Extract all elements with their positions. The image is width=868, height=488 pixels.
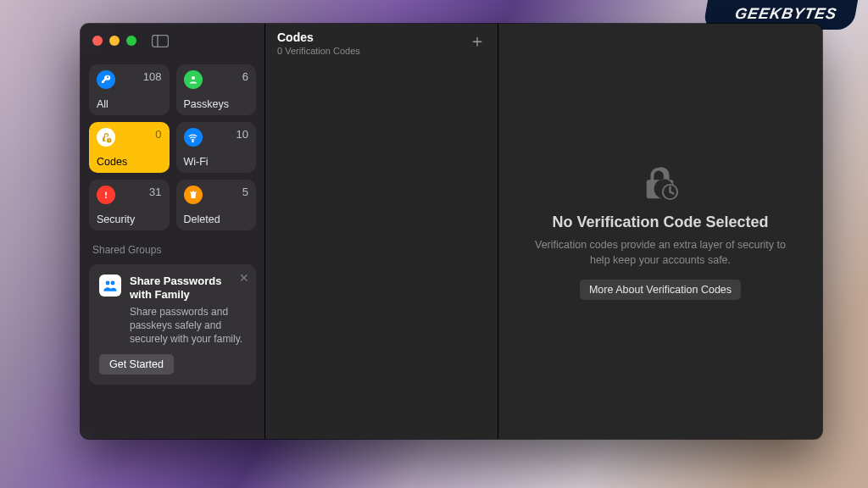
svg-point-7 <box>106 281 110 286</box>
family-icon <box>99 274 121 297</box>
toggle-sidebar-button[interactable] <box>152 35 169 47</box>
detail-body: Verification codes provide an extra laye… <box>525 238 796 268</box>
share-passwords-card: ✕ Share Passwords with Family Share pass… <box>89 264 256 385</box>
sidebar-item-security[interactable]: 31 Security <box>89 180 170 230</box>
alert-icon <box>97 186 115 204</box>
svg-rect-5 <box>105 192 107 197</box>
trash-icon <box>184 186 203 204</box>
minimize-window-button[interactable] <box>109 36 120 46</box>
svg-point-8 <box>111 281 115 286</box>
category-count: 6 <box>242 70 248 83</box>
add-button[interactable]: ＋ <box>469 30 486 49</box>
category-count: 10 <box>236 128 248 141</box>
list-column: Codes 0 Verification Codes ＋ <box>265 24 498 439</box>
window-controls <box>92 36 136 46</box>
category-count: 108 <box>143 70 162 83</box>
shared-groups-heading: Shared Groups <box>81 241 264 261</box>
category-label: Codes <box>97 156 162 168</box>
category-count: 5 <box>242 186 248 198</box>
detail-heading: No Verification Code Selected <box>552 214 768 231</box>
get-started-button[interactable]: Get Started <box>99 354 174 374</box>
lock-clock-icon <box>641 163 680 202</box>
category-count: 31 <box>149 186 161 198</box>
list-header: Codes 0 Verification Codes ＋ <box>265 24 498 64</box>
list-subtitle: 0 Verification Codes <box>277 46 360 56</box>
more-about-codes-button[interactable]: More About Verification Codes <box>580 280 741 300</box>
svg-rect-0 <box>153 35 169 47</box>
category-label: Wi-Fi <box>184 156 249 168</box>
category-label: Security <box>97 214 162 225</box>
sidebar-item-deleted[interactable]: 5 Deleted <box>176 180 257 230</box>
svg-point-2 <box>192 76 195 80</box>
category-label: Deleted <box>184 214 249 225</box>
share-card-desc: Share passwords and passkeys safely and … <box>130 305 246 347</box>
category-label: All <box>97 98 162 110</box>
sidebar-item-all[interactable]: 108 All <box>89 64 170 115</box>
sidebar-item-codes[interactable]: 0 Codes <box>89 122 170 173</box>
key-icon <box>97 70 115 89</box>
sidebar-item-wifi[interactable]: 10 Wi-Fi <box>176 122 257 173</box>
person-icon <box>184 70 203 89</box>
sidebar: 108 All 6 Passkeys 0 <box>81 24 265 439</box>
list-title: Codes <box>277 30 360 45</box>
category-grid: 108 All 6 Passkeys 0 <box>81 58 264 241</box>
titlebar <box>81 24 264 58</box>
svg-point-6 <box>105 197 107 198</box>
share-card-title: Share Passwords with Family <box>130 274 246 302</box>
wifi-icon <box>184 128 203 147</box>
lock-clock-icon <box>97 128 115 147</box>
fullscreen-window-button[interactable] <box>126 36 136 46</box>
sidebar-item-passkeys[interactable]: 6 Passkeys <box>176 64 257 115</box>
close-window-button[interactable] <box>92 36 103 46</box>
close-icon[interactable]: ✕ <box>239 271 249 285</box>
category-count: 0 <box>155 128 161 141</box>
svg-point-4 <box>192 141 193 141</box>
detail-pane: No Verification Code Selected Verificati… <box>498 24 822 439</box>
category-label: Passkeys <box>184 98 249 110</box>
app-window: 108 All 6 Passkeys 0 <box>81 24 822 439</box>
